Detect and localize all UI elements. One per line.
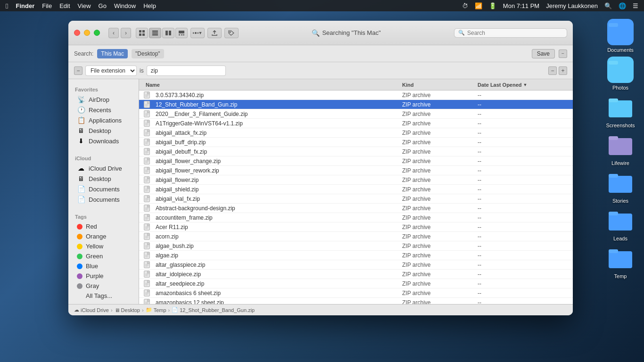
table-row[interactable]: 12_Shot_Rubber_Band_Gun.zip ZIP archive … xyxy=(139,100,573,109)
desktop-icon-photos[interactable]: Photos xyxy=(602,57,639,90)
minimize-button[interactable] xyxy=(84,30,90,36)
sidebar-item-tag-red[interactable]: Red xyxy=(70,222,137,231)
svg-rect-57 xyxy=(148,139,149,141)
sidebar-item-tag-orange[interactable]: Orange xyxy=(70,231,137,241)
table-row[interactable]: abigail_attack_fx.zip ZIP archive -- xyxy=(139,128,573,138)
airdrop-icon: 📡 xyxy=(77,96,85,103)
table-row[interactable]: abigail_vial_fx.zip ZIP archive -- xyxy=(139,194,573,204)
svg-rect-9 xyxy=(609,174,618,178)
sidebar-item-airdrop[interactable]: 📡 AirDrop xyxy=(70,94,137,105)
column-date-header[interactable]: Date Last Opened ▼ xyxy=(475,82,569,88)
view-options-button[interactable]: ▼ xyxy=(190,28,205,38)
table-row[interactable]: amazonbasics 6 sheet.zip ZIP archive -- xyxy=(139,288,573,298)
sidebar-item-tag-gray[interactable]: Gray xyxy=(70,281,137,291)
sidebar-item-tag-all-tags[interactable]: All Tags... xyxy=(70,291,137,301)
table-row[interactable]: accountitem_frame.zip ZIP archive -- xyxy=(139,213,573,222)
sidebar-item-desktop[interactable]: 🖥 Desktop xyxy=(70,125,137,136)
table-row[interactable]: altar_idolpiece.zip ZIP archive -- xyxy=(139,270,573,279)
sidebar-item-applications[interactable]: 📋 Applications xyxy=(70,115,137,125)
column-kind-header[interactable]: Kind xyxy=(399,82,475,88)
scope-this-mac-button[interactable]: This Mac xyxy=(97,49,128,58)
search-input[interactable] xyxy=(467,30,563,36)
view-gallery-button[interactable] xyxy=(175,28,188,38)
view-buttons xyxy=(136,28,188,38)
nav-buttons: ‹ › xyxy=(108,28,131,38)
filter-plus-button[interactable]: + xyxy=(559,66,567,75)
tag-button[interactable] xyxy=(224,28,239,38)
sidebar-item-icloud-documents2[interactable]: 📄 Documents xyxy=(70,194,137,205)
desktop-icon-screenshots[interactable]: Screenshots xyxy=(602,94,639,128)
forward-button[interactable]: › xyxy=(121,28,131,38)
table-row[interactable]: altar_glasspiece.zip ZIP archive -- xyxy=(139,260,573,270)
table-row[interactable]: 3.0.5373.34340.zip ZIP archive -- xyxy=(139,90,573,100)
table-row[interactable]: abigail_flower_rework.zip ZIP archive -- xyxy=(139,166,573,175)
zip-icon xyxy=(144,205,150,212)
menubar-view[interactable]: View xyxy=(78,2,91,9)
apple-menu[interactable]:  xyxy=(6,2,8,10)
desktop-icon-lifewire[interactable]: Lifewire xyxy=(602,132,639,166)
table-row[interactable]: abigail_buff_drip.zip ZIP archive -- xyxy=(139,138,573,147)
table-row[interactable]: algae.zip ZIP archive -- xyxy=(139,251,573,260)
menubar-search-icon[interactable]: 🔍 xyxy=(604,2,612,9)
share-button[interactable] xyxy=(207,28,222,38)
table-row[interactable]: A1TriggerGate-WinVST64-v1.1.zip ZIP arch… xyxy=(139,119,573,128)
view-column-button[interactable] xyxy=(162,28,174,38)
file-date: -- xyxy=(475,224,569,230)
sidebar-item-recents[interactable]: 🕐 Recents xyxy=(70,105,137,115)
file-icon xyxy=(143,110,150,118)
sidebar-item-icloud-documents[interactable]: 📄 Documents xyxy=(70,184,137,194)
table-row[interactable]: 2020__Ender_3_Filament_Guide.zip ZIP arc… xyxy=(139,109,573,119)
view-icon-button[interactable] xyxy=(136,28,148,38)
file-name: acorn.zip xyxy=(153,233,399,240)
desktop-icon-stories[interactable]: Stories xyxy=(602,170,639,204)
scope-desktop-button[interactable]: "Desktop" xyxy=(132,49,164,58)
file-date: -- xyxy=(475,167,569,174)
menubar-file[interactable]: File xyxy=(42,2,52,9)
back-button[interactable]: ‹ xyxy=(108,28,119,38)
sidebar-item-tag-purple[interactable]: Purple xyxy=(70,271,137,281)
save-search-button[interactable]: Save xyxy=(532,49,555,58)
menubar-help[interactable]: Help xyxy=(143,2,156,9)
filter-attribute-select[interactable]: File extension xyxy=(85,66,137,76)
zoom-button[interactable] xyxy=(94,30,100,36)
table-row[interactable]: abigail_debuff_fx.zip ZIP archive -- xyxy=(139,147,573,156)
sidebar-item-icloud-desktop[interactable]: 🖥 Desktop xyxy=(70,173,137,184)
table-row[interactable]: altar_seedpiece.zip ZIP archive -- xyxy=(139,279,573,288)
zip-icon xyxy=(144,186,150,193)
menubar-edit[interactable]: Edit xyxy=(59,2,70,9)
table-row[interactable]: abigail_shield.zip ZIP archive -- xyxy=(139,185,573,194)
close-search-button[interactable]: − xyxy=(559,49,567,58)
sidebar-item-downloads[interactable]: ⬇ Downloads xyxy=(70,136,137,146)
menubar-username[interactable]: Jeremy Laukkonen xyxy=(546,2,598,9)
desktop-icon-temp[interactable]: Temp xyxy=(602,245,639,279)
menubar-finder[interactable]: Finder xyxy=(16,2,34,9)
stories-folder-icon xyxy=(607,170,634,196)
table-row[interactable]: acorn.zip ZIP archive -- xyxy=(139,232,573,241)
sidebar-item-tag-yellow[interactable]: Yellow xyxy=(70,241,137,251)
sidebar-item-icloud-drive[interactable]: ☁ iCloud Drive xyxy=(70,163,137,173)
search-bar[interactable]: 🔍 xyxy=(454,28,567,38)
menubar-go[interactable]: Go xyxy=(99,2,107,9)
table-row[interactable]: algae_bush.zip ZIP archive -- xyxy=(139,241,573,251)
remove-filter-button[interactable]: − xyxy=(74,66,83,75)
desktop-icon-documents[interactable]: Documents xyxy=(602,19,639,53)
filter-value-input[interactable] xyxy=(147,66,226,76)
filter-minus-button[interactable]: − xyxy=(548,66,557,75)
view-list-button[interactable] xyxy=(149,28,161,38)
table-row[interactable]: Abstract-background-design.zip ZIP archi… xyxy=(139,204,573,213)
menubar-window[interactable]: Window xyxy=(114,2,136,9)
file-name: abigail_debuff_fx.zip xyxy=(153,148,399,155)
table-row[interactable]: abigail_flower_change.zip ZIP archive -- xyxy=(139,156,573,166)
sidebar-item-tag-blue[interactable]: Blue xyxy=(70,261,137,271)
sidebar-item-tag-green[interactable]: Green xyxy=(70,251,137,261)
table-row[interactable]: Acer R11.zip ZIP archive -- xyxy=(139,222,573,232)
close-button[interactable] xyxy=(74,30,80,36)
file-date: -- xyxy=(475,262,569,268)
yellow-tag-dot xyxy=(77,244,83,249)
desktop-icon-leads[interactable]: Leads xyxy=(602,207,639,241)
svg-rect-86 xyxy=(144,196,149,202)
file-kind: ZIP archive xyxy=(399,196,475,202)
table-row[interactable]: abigail_flower.zip ZIP archive -- xyxy=(139,175,573,185)
column-name-header[interactable]: Name xyxy=(143,82,399,88)
table-row[interactable]: amazonbasics 12 sheet.zip ZIP archive -- xyxy=(139,298,573,304)
